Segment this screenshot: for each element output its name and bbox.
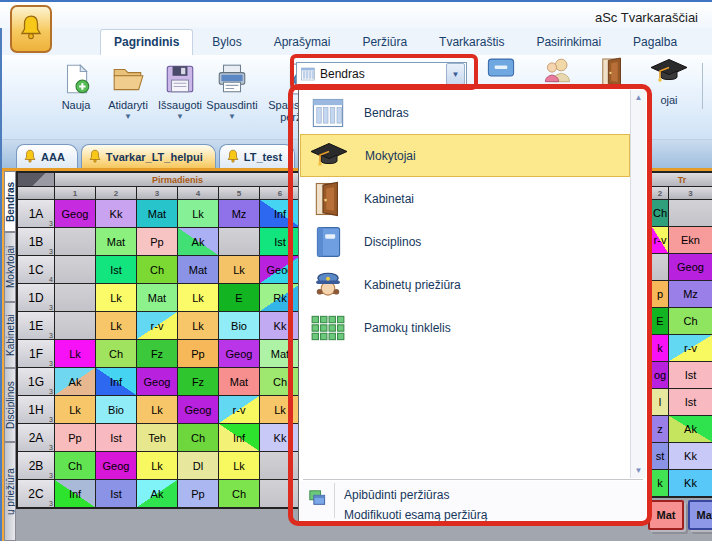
lesson-cell[interactable]: Ch [260, 368, 300, 395]
lesson-cell[interactable]: r-v [137, 312, 177, 339]
lesson-cell[interactable]: Pp [137, 228, 177, 255]
lesson-cell[interactable]: Ak [137, 480, 177, 507]
lesson-cell[interactable]: Geog [260, 256, 300, 283]
ribbon-tab-apra-ymai[interactable]: Aprašymai [261, 30, 344, 55]
lesson-cell[interactable]: Mz [219, 200, 259, 227]
lesson-cell[interactable]: Ch [96, 340, 136, 367]
lesson-cell[interactable]: Lk [96, 284, 136, 311]
lesson-cell[interactable]: Kk [669, 443, 712, 469]
lesson-cell[interactable]: Ch [178, 424, 218, 451]
lesson-cell[interactable]: l [652, 389, 668, 415]
lesson-cell[interactable]: Ekn [669, 227, 712, 253]
empty-cell[interactable] [219, 228, 259, 255]
lesson-cell[interactable]: Mat [137, 200, 177, 227]
dropdown-arrow-icon[interactable]: ▼ [228, 112, 236, 121]
vertical-tab-prie-i-ra[interactable]: ų priežiūra [4, 442, 16, 541]
lesson-cell[interactable]: Ak [669, 416, 712, 442]
students-button[interactable] [534, 57, 580, 91]
lesson-cell[interactable]: Fz [137, 340, 177, 367]
lesson-cell[interactable]: Geog [178, 396, 218, 423]
lesson-cell[interactable]: Inf [260, 200, 300, 227]
lesson-cell[interactable]: Ist [96, 424, 136, 451]
ribbon-tab-per-i-ra[interactable]: Peržiūra [349, 30, 420, 55]
lesson-cell[interactable]: Ist [96, 480, 136, 507]
lesson-cell[interactable]: Dl [178, 452, 218, 479]
lesson-cell[interactable]: Mat [219, 368, 259, 395]
modify-current-view-command[interactable]: Modifikuoti esamą peržiūrą [344, 508, 487, 522]
lesson-cell[interactable]: Geog [137, 368, 177, 395]
lesson-cell[interactable]: Inf [55, 480, 95, 507]
vertical-tab-mokytojai[interactable]: Mokytojai [4, 232, 16, 302]
lesson-cell[interactable]: Fz [178, 368, 218, 395]
lesson-cell[interactable]: Lk [137, 396, 177, 423]
lesson-cell[interactable]: Kk [260, 424, 300, 451]
dropdown-arrow-icon[interactable]: ▼ [124, 112, 132, 121]
view-option-disciplinos[interactable]: Disciplinos [300, 220, 630, 263]
document-tab-lt-test[interactable]: LT_test [219, 144, 295, 168]
lesson-cell[interactable]: Inf [219, 424, 259, 451]
lesson-cell[interactable]: Mz [669, 281, 712, 307]
lesson-cell[interactable]: Ist [96, 256, 136, 283]
lesson-cell[interactable]: Lk [96, 312, 136, 339]
lesson-cell[interactable]: Bio [96, 396, 136, 423]
empty-cell[interactable] [55, 284, 95, 311]
view-option-bendras[interactable]: Bendras [300, 91, 630, 134]
view-option-pamok-tinklelis[interactable]: Pamokų tinklelis [300, 306, 630, 349]
ojai-button[interactable]: ojai [646, 57, 692, 106]
lesson-cell[interactable]: og [652, 362, 668, 388]
lesson-cell[interactable]: Lk [55, 396, 95, 423]
lesson-cell[interactable]: Kk [260, 312, 300, 339]
lesson-cell[interactable]: Inf [96, 368, 136, 395]
lesson-cell[interactable]: Ch [219, 480, 259, 507]
nauja-button[interactable]: Nauja [50, 59, 102, 113]
scroll-down-arrow-icon[interactable]: ▼ [631, 463, 646, 478]
lesson-cell[interactable]: r-v [219, 396, 259, 423]
lesson-cell[interactable]: Ch [669, 308, 712, 334]
document-tab-tvarkar-lt-helpui[interactable]: Tvarkar_LT_helpui [81, 144, 216, 168]
i-saugoti-button[interactable]: Išsaugoti▼ [154, 59, 206, 123]
lesson-cell[interactable]: Pp [178, 340, 218, 367]
lesson-cell[interactable]: Bio [219, 312, 259, 339]
vertical-tab-disciplinos[interactable]: Disciplinos [4, 368, 16, 442]
lesson-cell[interactable]: Lk [178, 312, 218, 339]
ribbon-tab-pagalba[interactable]: Pagalba [620, 30, 690, 55]
spausdinti-button[interactable]: Spausdinti▼ [206, 59, 258, 123]
lesson-cell[interactable]: Ist [260, 228, 300, 255]
lesson-cell[interactable]: Lk [137, 452, 177, 479]
atidaryti-button[interactable]: Atidaryti▼ [102, 59, 154, 123]
lesson-cell[interactable]: Mat [137, 284, 177, 311]
lesson-cell[interactable]: Ch [55, 452, 95, 479]
lesson-cell[interactable]: Lk [178, 284, 218, 311]
lesson-cell[interactable]: Pp [55, 424, 95, 451]
lesson-cell[interactable]: Kk [669, 470, 712, 496]
lesson-cell[interactable]: r-v [652, 227, 668, 253]
define-views-command[interactable]: Apibūdinti peržiūras [344, 488, 449, 502]
lesson-cell[interactable]: Ch [652, 200, 668, 226]
app-menu-button[interactable] [10, 5, 52, 53]
card-button[interactable] [478, 57, 524, 86]
lesson-cell[interactable]: Geog [669, 254, 712, 280]
lesson-cell[interactable]: Lk [178, 200, 218, 227]
lesson-cell[interactable]: Geog [55, 200, 95, 227]
empty-cell[interactable] [669, 200, 712, 226]
lesson-cell[interactable]: p [652, 281, 668, 307]
unplaced-lesson-card[interactable]: Mat [688, 500, 712, 530]
lesson-cell[interactable]: Mat [260, 340, 300, 367]
empty-cell[interactable] [260, 452, 300, 479]
view-option-mokytojai[interactable]: Mokytojai [300, 134, 630, 177]
lesson-cell[interactable]: Ak [178, 228, 218, 255]
dropdown-scrollbar[interactable]: ▲ ▼ [630, 90, 646, 478]
lesson-cell[interactable]: z [652, 416, 668, 442]
lesson-cell[interactable]: Pp [178, 480, 218, 507]
lesson-cell[interactable]: Ch [137, 256, 177, 283]
lesson-cell[interactable]: Geog [219, 340, 259, 367]
lesson-cell[interactable]: Ak [55, 368, 95, 395]
view-option-kabinetai[interactable]: Kabinetai [300, 177, 630, 220]
combo-dropdown-button[interactable]: ▼ [446, 63, 465, 85]
lesson-cell[interactable]: Lk [55, 340, 95, 367]
lesson-cell[interactable]: k [652, 470, 668, 496]
unplaced-lesson-card[interactable]: Mat [648, 500, 684, 530]
ribbon-tab-tvarkara-tis[interactable]: Tvarkaraštis [426, 30, 517, 55]
lesson-cell[interactable]: E [652, 308, 668, 334]
empty-cell[interactable] [55, 228, 95, 255]
